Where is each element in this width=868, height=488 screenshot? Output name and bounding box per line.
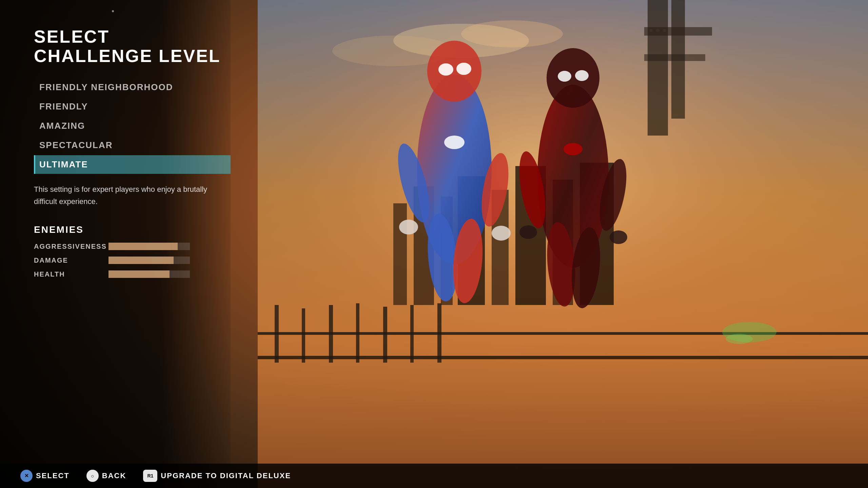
difficulty-item-ultimate[interactable]: ULTIMATE — [34, 155, 231, 174]
svg-rect-18 — [356, 303, 359, 363]
svg-rect-21 — [437, 303, 441, 363]
svg-rect-19 — [383, 307, 387, 363]
stat-bar-fill — [108, 270, 170, 278]
stat-bar-container — [108, 243, 190, 250]
stat-row-damage: DAMAGE — [34, 257, 231, 264]
decorative-dot — [112, 10, 114, 12]
screen-title: SELECT CHALLENGE LEVEL — [34, 27, 231, 66]
stat-bar-fill — [108, 243, 178, 250]
select-icon: ✕ — [20, 470, 33, 482]
svg-point-30 — [492, 226, 511, 241]
svg-point-26 — [444, 136, 465, 149]
svg-point-37 — [564, 143, 583, 155]
stat-row-aggressiveness: AGGRESSIVENESS — [34, 243, 231, 250]
svg-point-50 — [663, 29, 666, 32]
svg-point-48 — [649, 29, 653, 32]
svg-point-52 — [726, 334, 753, 344]
difficulty-item-friendly[interactable]: FRIENDLY — [34, 97, 231, 116]
stat-bar-container — [108, 270, 190, 278]
svg-rect-46 — [644, 27, 712, 36]
svg-point-36 — [575, 70, 589, 81]
hud-button-label-select: SELECT — [36, 471, 70, 480]
svg-point-40 — [519, 225, 537, 239]
ui-panel: SELECT CHALLENGE LEVEL FRIENDLY NEIGHBOR… — [34, 20, 231, 291]
bottom-hud: ✕SELECT○BACKR1UPGRADE TO DIGITAL DELUXE — [0, 464, 868, 488]
stat-bar-container — [108, 257, 190, 264]
svg-rect-17 — [329, 305, 333, 363]
svg-rect-44 — [648, 0, 668, 136]
svg-point-24 — [438, 63, 453, 76]
hud-button-label-upgrade: UPGRADE TO DIGITAL DELUXE — [161, 471, 291, 480]
svg-rect-47 — [644, 54, 705, 61]
svg-point-29 — [399, 220, 418, 235]
stat-row-health: HEALTH — [34, 270, 231, 278]
difficulty-item-spectacular[interactable]: SPECTACULAR — [34, 136, 231, 155]
svg-point-25 — [456, 63, 471, 75]
upgrade-icon: R1 — [143, 470, 157, 482]
difficulty-list: FRIENDLY NEIGHBORHOODFRIENDLYAMAZINGSPEC… — [34, 78, 231, 174]
hud-button-upgrade[interactable]: R1UPGRADE TO DIGITAL DELUXE — [143, 470, 291, 482]
hud-button-select[interactable]: ✕SELECT — [20, 470, 70, 482]
svg-rect-13 — [258, 332, 868, 335]
difficulty-item-amazing[interactable]: AMAZING — [34, 117, 231, 135]
svg-point-3 — [461, 20, 563, 47]
stats-title: ENEMIES — [34, 224, 231, 235]
svg-rect-16 — [302, 308, 305, 363]
stat-label: HEALTH — [34, 270, 108, 278]
svg-rect-14 — [258, 356, 868, 359]
stats-section: ENEMIES AGGRESSIVENESSDAMAGEHEALTH — [34, 224, 231, 278]
svg-point-34 — [547, 48, 599, 108]
stat-label: DAMAGE — [34, 257, 108, 264]
background-characters — [258, 0, 868, 488]
difficulty-item-friendly-neighborhood[interactable]: FRIENDLY NEIGHBORHOOD — [34, 78, 231, 97]
difficulty-description: This setting is for expert players who e… — [34, 183, 210, 207]
hud-button-back[interactable]: ○BACK — [86, 470, 126, 482]
svg-rect-15 — [275, 305, 279, 363]
svg-rect-5 — [393, 203, 407, 305]
svg-rect-20 — [410, 305, 414, 363]
stat-bar-fill — [108, 257, 174, 264]
stat-label: AGGRESSIVENESS — [34, 243, 108, 250]
svg-point-49 — [656, 29, 659, 32]
back-icon: ○ — [86, 470, 99, 482]
stats-list: AGGRESSIVENESSDAMAGEHEALTH — [34, 243, 231, 278]
svg-point-41 — [610, 230, 627, 244]
hud-button-label-back: BACK — [102, 471, 126, 480]
svg-point-35 — [558, 71, 571, 82]
svg-point-23 — [427, 41, 481, 102]
